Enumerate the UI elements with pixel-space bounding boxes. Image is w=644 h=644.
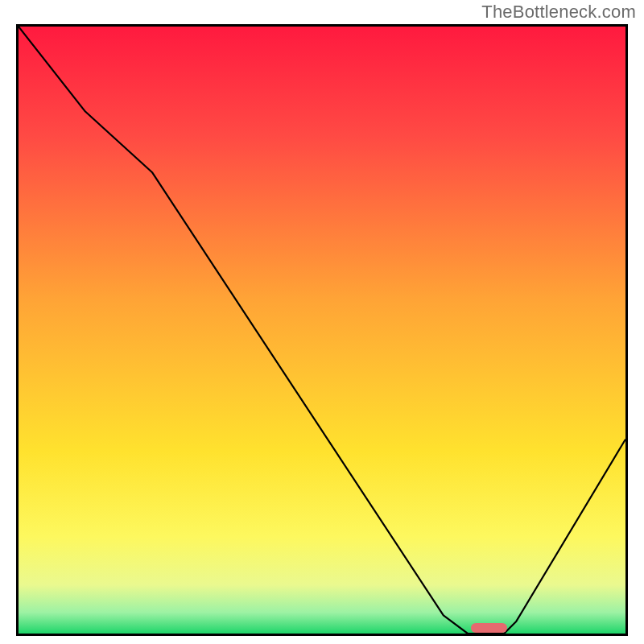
bottleneck-curve: [19, 27, 625, 634]
plot-area: [16, 24, 628, 636]
optimal-range-marker: [471, 623, 507, 633]
chart-container: TheBottleneck.com: [0, 0, 644, 644]
watermark-text: TheBottleneck.com: [481, 2, 636, 23]
